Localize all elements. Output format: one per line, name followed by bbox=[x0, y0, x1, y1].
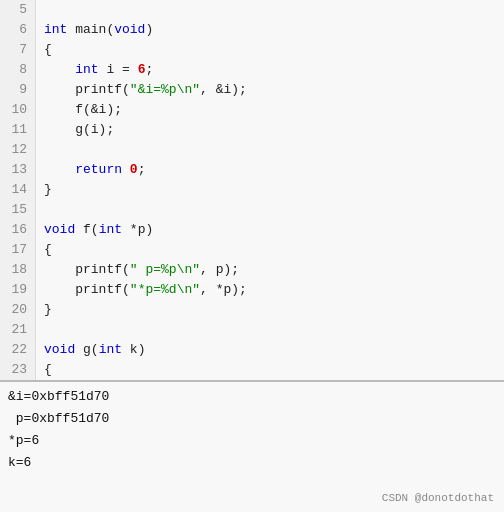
line-number: 22 bbox=[0, 340, 36, 360]
code-content: void g(int k) bbox=[36, 340, 145, 360]
code-row: 7{ bbox=[0, 40, 504, 60]
code-row: 23{ bbox=[0, 360, 504, 380]
code-content: printf("&i=%p\n", &i); bbox=[36, 80, 247, 100]
code-row: 11 g(i); bbox=[0, 120, 504, 140]
line-number: 15 bbox=[0, 200, 36, 220]
line-number: 23 bbox=[0, 360, 36, 380]
code-row: 6int main(void) bbox=[0, 20, 504, 40]
code-row: 14} bbox=[0, 180, 504, 200]
line-number: 12 bbox=[0, 140, 36, 160]
line-number: 19 bbox=[0, 280, 36, 300]
line-number: 20 bbox=[0, 300, 36, 320]
line-number: 9 bbox=[0, 80, 36, 100]
line-number: 18 bbox=[0, 260, 36, 280]
output-area: &i=0xbff51d70 p=0xbff51d70*p=6k=6CSDN @d… bbox=[0, 382, 504, 512]
code-content: } bbox=[36, 180, 52, 200]
code-row: 19 printf("*p=%d\n", *p); bbox=[0, 280, 504, 300]
code-content: int main(void) bbox=[36, 20, 153, 40]
code-row: 17{ bbox=[0, 240, 504, 260]
watermark: CSDN @donotdothat bbox=[382, 492, 494, 504]
code-row: 10 f(&i); bbox=[0, 100, 504, 120]
editor-area: 56int main(void)7{8 int i = 6;9 printf("… bbox=[0, 0, 504, 380]
line-number: 13 bbox=[0, 160, 36, 180]
line-number: 14 bbox=[0, 180, 36, 200]
code-content: { bbox=[36, 240, 52, 260]
output-line: p=0xbff51d70 bbox=[8, 408, 496, 430]
code-content: { bbox=[36, 360, 52, 380]
line-number: 5 bbox=[0, 0, 36, 20]
code-content: return 0; bbox=[36, 160, 145, 180]
code-row: 20} bbox=[0, 300, 504, 320]
line-number: 16 bbox=[0, 220, 36, 240]
line-number: 10 bbox=[0, 100, 36, 120]
code-row: 8 int i = 6; bbox=[0, 60, 504, 80]
code-row: 16void f(int *p) bbox=[0, 220, 504, 240]
code-row: 12 bbox=[0, 140, 504, 160]
line-number: 7 bbox=[0, 40, 36, 60]
line-number: 6 bbox=[0, 20, 36, 40]
code-row: 9 printf("&i=%p\n", &i); bbox=[0, 80, 504, 100]
code-content: int i = 6; bbox=[36, 60, 153, 80]
line-number: 11 bbox=[0, 120, 36, 140]
line-number: 8 bbox=[0, 60, 36, 80]
output-line: &i=0xbff51d70 bbox=[8, 386, 496, 408]
code-content: printf("*p=%d\n", *p); bbox=[36, 280, 247, 300]
code-content: { bbox=[36, 40, 52, 60]
code-content: f(&i); bbox=[36, 100, 122, 120]
code-content: } bbox=[36, 300, 52, 320]
output-line: k=6 bbox=[8, 452, 496, 474]
line-number: 17 bbox=[0, 240, 36, 260]
code-row: 13 return 0; bbox=[0, 160, 504, 180]
code-content: g(i); bbox=[36, 120, 114, 140]
line-number: 21 bbox=[0, 320, 36, 340]
code-row: 21 bbox=[0, 320, 504, 340]
code-row: 15 bbox=[0, 200, 504, 220]
code-content: printf(" p=%p\n", p); bbox=[36, 260, 239, 280]
code-content: void f(int *p) bbox=[36, 220, 153, 240]
output-line: *p=6 bbox=[8, 430, 496, 452]
code-row: 22void g(int k) bbox=[0, 340, 504, 360]
code-row: 18 printf(" p=%p\n", p); bbox=[0, 260, 504, 280]
code-row: 5 bbox=[0, 0, 504, 20]
